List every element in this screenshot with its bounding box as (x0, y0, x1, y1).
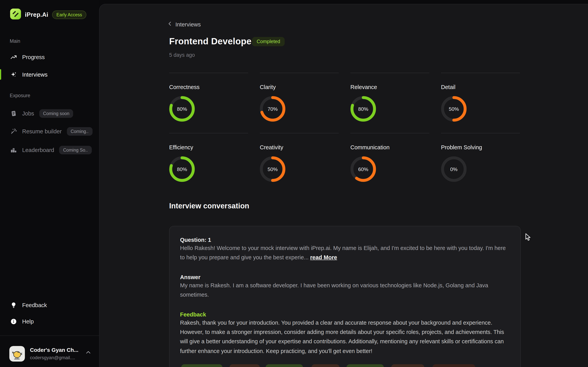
coming-soon-badge: Coming soon (39, 109, 73, 118)
score-pill (432, 364, 475, 367)
score-pill (266, 364, 303, 367)
info-icon (10, 318, 17, 325)
metric-label: Communication (350, 144, 429, 150)
user-email: codersgyan@gmail.... (30, 355, 75, 360)
back-label: Interviews (175, 21, 201, 28)
metric-label: Detail (441, 84, 520, 90)
page-title: Frontend Developer (169, 36, 255, 47)
answer-label: Answer (180, 274, 201, 280)
sidebar-item-label: Help (22, 318, 34, 325)
avatar (9, 346, 25, 362)
sidebar-item-interviews[interactable]: Interviews (0, 69, 99, 80)
sidebar-item-label: Resume builder (22, 128, 62, 134)
metric-clarity: Clarity70% (260, 73, 339, 122)
metric-gauge: 70% (260, 96, 286, 122)
metric-label: Problem Solving (441, 144, 520, 150)
time-ago: 5 days ago (169, 52, 195, 58)
status-badge: Completed (252, 37, 285, 46)
sidebar-item-feedback[interactable]: Feedback (0, 300, 99, 311)
metric-gauge: 60% (350, 156, 376, 182)
back-to-interviews-link[interactable]: Interviews (167, 21, 201, 28)
trending-up-icon (10, 54, 17, 61)
sidebar-item-help[interactable]: Help (0, 316, 99, 327)
conversation-heading: Interview conversation (169, 202, 249, 210)
read-more-link[interactable]: read More (310, 254, 337, 260)
metric-label: Relevance (350, 84, 429, 90)
metric-gauge: 50% (441, 96, 467, 122)
metric-gauge: 80% (169, 156, 195, 182)
metric-efficiency: Efficiency80% (169, 133, 248, 182)
sidebar: iPrep.Ai Early Access MainProgressInterv… (0, 0, 99, 367)
metric-relevance: Relevance80% (350, 73, 429, 122)
sparkles-icon (10, 71, 17, 78)
metric-label: Efficiency (169, 144, 248, 150)
svg-text:1: 1 (13, 148, 14, 150)
metric-value: 50% (260, 156, 286, 182)
sidebar-item-leaderboard[interactable]: 1LeaderboardComing So.. (0, 145, 99, 156)
metrics-grid: Correctness80%Clarity70%Relevance80%Deta… (169, 73, 520, 182)
metric-problem-solving: Problem Solving0% (441, 133, 520, 182)
metric-gauge: 50% (260, 156, 286, 182)
sidebar-item-label: Feedback (22, 302, 47, 308)
wand-icon (10, 128, 17, 135)
score-pill (229, 364, 260, 367)
user-profile[interactable]: Coder's Gyan Ch... codersgyan@gmail.... (0, 343, 99, 365)
metric-detail: Detail50% (441, 73, 520, 122)
metric-value: 60% (350, 156, 376, 182)
coming-soon-badge: Coming.. (67, 127, 92, 136)
leaderboard-icon: 1 (10, 147, 17, 154)
score-pill (346, 364, 384, 367)
chevron-left-icon (167, 21, 173, 28)
metric-communication: Communication60% (350, 133, 429, 182)
question-text: Hello Rakesh! Welcome to your mock inter… (180, 243, 511, 262)
nav-section-label: Main (10, 39, 20, 44)
feedback-text: Rakesh, thank you for your introduction.… (180, 318, 511, 356)
sidebar-item-label: Leaderboard (22, 147, 54, 153)
app-title: iPrep.Ai (25, 11, 48, 18)
mouse-cursor (525, 233, 531, 242)
sidebar-item-label: Progress (22, 54, 45, 60)
question-text-body: Hello Rakesh! Welcome to your mock inter… (180, 245, 506, 260)
score-pill (391, 364, 424, 367)
lightbulb-icon (10, 302, 17, 309)
metric-label: Clarity (260, 84, 339, 90)
app-root: iPrep.Ai Early Access MainProgressInterv… (0, 0, 588, 367)
coming-soon-badge: Coming So.. (59, 146, 92, 154)
app-logo: iPrep.Ai Early Access (10, 8, 86, 21)
user-name: Coder's Gyan Ch... (30, 347, 78, 353)
sidebar-item-resume-builder[interactable]: Resume builderComing.. (0, 126, 99, 137)
metric-value: 80% (169, 96, 195, 122)
metric-gauge: 80% (169, 96, 195, 122)
metric-label: Creativity (260, 144, 339, 150)
question-card: Question: 1 Hello Rakesh! Welcome to you… (169, 226, 521, 367)
sidebar-item-label: Interviews (22, 72, 48, 78)
metric-value: 0% (441, 156, 467, 182)
metric-correctness: Correctness80% (169, 73, 248, 122)
iprep-logo-icon (10, 8, 21, 21)
question-label: Question: 1 (180, 237, 211, 243)
metric-value: 80% (169, 156, 195, 182)
metric-gauge: 0% (441, 156, 467, 182)
main-panel: Interviews Frontend Developer Completed … (99, 4, 588, 367)
sidebar-divider (0, 335, 99, 336)
metric-value: 70% (260, 96, 286, 122)
metric-value: 80% (350, 96, 376, 122)
metric-gauge: 80% (350, 96, 376, 122)
score-pill (311, 364, 339, 367)
metric-creativity: Creativity50% (260, 133, 339, 182)
sidebar-item-jobs[interactable]: JobsComing soon (0, 108, 99, 119)
chevron-up-icon[interactable] (85, 349, 92, 358)
answer-text: My name is Rakesh. I am a software devel… (180, 281, 511, 300)
sidebar-item-label: Jobs (22, 110, 34, 117)
metric-value: 50% (441, 96, 467, 122)
metric-label: Correctness (169, 84, 248, 90)
jobs-icon (10, 110, 17, 117)
nav-section-label: Exposure (10, 93, 30, 98)
sidebar-item-progress[interactable]: Progress (0, 52, 99, 63)
early-access-badge: Early Access (52, 10, 86, 19)
score-pill (181, 364, 222, 367)
feedback-label: Feedback (180, 311, 206, 318)
